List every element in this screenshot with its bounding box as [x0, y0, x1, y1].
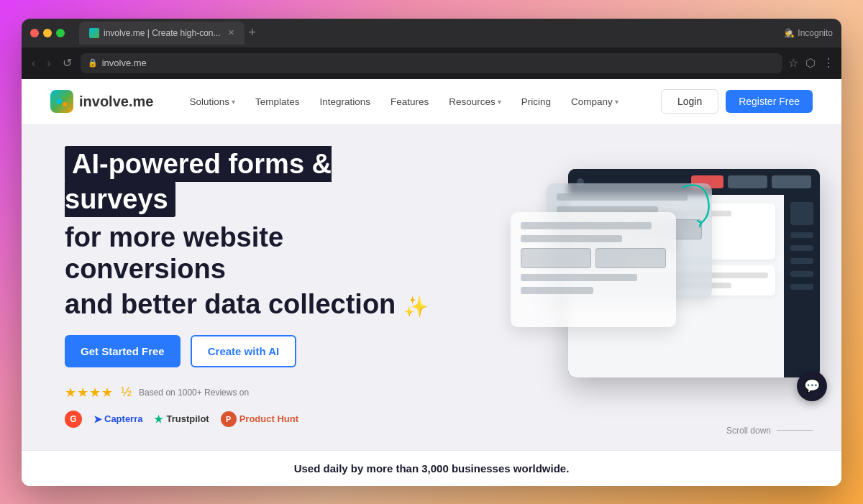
refresh-button[interactable]: ↺	[60, 53, 75, 73]
sidebar-line	[790, 245, 813, 251]
tab-close-icon[interactable]: ✕	[228, 28, 234, 37]
solutions-dropdown-icon: ▾	[232, 98, 235, 106]
traffic-lights	[30, 29, 65, 37]
tab-favicon	[89, 28, 99, 38]
svg-point-0	[56, 98, 62, 104]
address-bar[interactable]: 🔒 involve.me	[81, 53, 782, 73]
site-nav: involve.me Solutions ▾ Templates Integra…	[22, 79, 841, 125]
nav-solutions[interactable]: Solutions ▾	[189, 96, 235, 107]
incognito-indicator: 🕵 Incognito	[784, 28, 833, 38]
arrow-decoration	[669, 176, 726, 237]
scroll-down-label: Scroll down	[726, 426, 771, 436]
maximize-button[interactable]	[56, 29, 65, 37]
hero-reviews: ★★★★ ½ Based on 1000+ Reviews on	[65, 385, 439, 400]
create-with-ai-button[interactable]: Create with AI	[191, 335, 296, 367]
security-lock-icon: 🔒	[88, 58, 98, 68]
card-line	[557, 193, 688, 201]
card-line	[521, 222, 652, 229]
bottom-banner-text: Used daily by more than 3,000 businesses…	[294, 462, 570, 475]
new-tab-button[interactable]: +	[249, 25, 257, 40]
card-boxes	[521, 248, 666, 268]
chat-icon: 💬	[804, 378, 820, 394]
hero-section: AI-powered forms & surveys for more webs…	[22, 125, 841, 450]
extensions-icon[interactable]: ⬡	[805, 56, 816, 70]
sidebar-line	[790, 258, 813, 264]
toolbar-actions: ☆ ⬡ ⋮	[788, 56, 834, 70]
logo-text: involve.me	[79, 93, 153, 110]
capterra-badge: ➤ Capterra	[93, 413, 142, 425]
chat-button[interactable]: 💬	[797, 371, 827, 401]
browser-toolbar: ‹ › ↺ 🔒 involve.me ☆ ⬡ ⋮	[22, 47, 841, 79]
hero-title-line3: and better data collection ✨	[65, 289, 439, 321]
topbar-pill-gray2	[772, 175, 811, 188]
tab-title: involve.me | Create high-con...	[104, 28, 221, 38]
nav-resources[interactable]: Resources ▾	[449, 96, 501, 107]
card-line	[521, 287, 593, 294]
hero-buttons: Get Started Free Create with AI	[65, 335, 439, 367]
close-button[interactable]	[30, 29, 39, 37]
back-button[interactable]: ‹	[29, 54, 38, 73]
card-box	[595, 248, 666, 268]
menu-icon[interactable]: ⋮	[823, 56, 834, 70]
bookmark-icon[interactable]: ☆	[788, 56, 798, 70]
browser-titlebar: involve.me | Create high-con... ✕ + 🕵 In…	[22, 19, 841, 47]
nav-features[interactable]: Features	[391, 96, 429, 107]
nav-integrations[interactable]: Integrations	[319, 96, 370, 107]
url-text: involve.me	[102, 58, 147, 68]
browser-tabs: involve.me | Create high-con... ✕ +	[79, 22, 778, 45]
forward-button[interactable]: ›	[44, 54, 53, 73]
hero-title: AI-powered forms & surveys for more webs…	[65, 147, 439, 321]
producthunt-label: Product Hunt	[239, 413, 298, 424]
logo-icon	[50, 90, 73, 113]
svg-point-1	[63, 96, 67, 101]
producthunt-badge: P Product Hunt	[221, 411, 298, 427]
sidebar-item-box	[790, 202, 813, 225]
register-button[interactable]: Register Free	[726, 90, 813, 113]
trustpilot-badge: ★ Trustpilot	[154, 413, 209, 425]
g2-icon: G	[65, 411, 82, 428]
browser-window: involve.me | Create high-con... ✕ + 🕵 In…	[22, 19, 841, 486]
nav-company[interactable]: Company ▾	[571, 96, 618, 107]
sidebar-line	[790, 271, 813, 277]
producthunt-icon: P	[221, 411, 237, 427]
nav-actions: Login Register Free	[661, 89, 813, 114]
topbar-pill-gray1	[728, 175, 767, 188]
card-line	[521, 235, 622, 242]
capterra-icon: ➤	[93, 413, 102, 425]
sparkle-icon: ✨	[403, 295, 429, 318]
star-rating: ★★★★	[65, 385, 114, 400]
scroll-down-line	[777, 430, 813, 431]
svg-point-2	[63, 102, 67, 106]
trustpilot-label: Trustpilot	[166, 413, 209, 424]
capterra-label: Capterra	[104, 413, 142, 424]
scroll-down-indicator: Scroll down	[726, 426, 813, 436]
resources-dropdown-icon: ▾	[498, 98, 501, 106]
g2-badge: G	[65, 411, 82, 428]
nav-pricing[interactable]: Pricing	[521, 96, 551, 107]
login-button[interactable]: Login	[661, 89, 718, 114]
trustpilot-icon: ★	[154, 413, 163, 425]
sidebar-line	[790, 232, 813, 238]
hero-content: AI-powered forms & surveys for more webs…	[65, 147, 439, 428]
active-tab[interactable]: involve.me | Create high-con... ✕	[79, 22, 245, 45]
nav-links: Solutions ▾ Templates Integrations Featu…	[189, 96, 661, 107]
company-dropdown-icon: ▾	[615, 98, 618, 106]
webpage: involve.me Solutions ▾ Templates Integra…	[22, 79, 841, 486]
get-started-button[interactable]: Get Started Free	[65, 335, 181, 367]
bottom-banner: Used daily by more than 3,000 businesses…	[22, 450, 841, 486]
floating-card-front	[511, 212, 676, 327]
star-half-icon: ½	[121, 385, 132, 400]
hero-title-highlighted: AI-powered forms & surveys	[65, 146, 332, 217]
incognito-label: Incognito	[798, 28, 833, 38]
card-line	[521, 274, 637, 281]
logo[interactable]: involve.me	[50, 90, 153, 113]
sidebar-line	[790, 284, 813, 290]
reviews-text: Based on 1000+ Reviews on	[139, 388, 249, 398]
review-badges: G ➤ Capterra ★ Trustpilot P Product Hunt	[65, 411, 439, 428]
card-box	[521, 248, 591, 268]
hero-title-line2: for more website conversions	[65, 222, 439, 285]
minimize-button[interactable]	[43, 29, 52, 37]
hero-illustration	[511, 169, 820, 406]
mockup-sidebar	[784, 195, 820, 377]
nav-templates[interactable]: Templates	[255, 96, 300, 107]
